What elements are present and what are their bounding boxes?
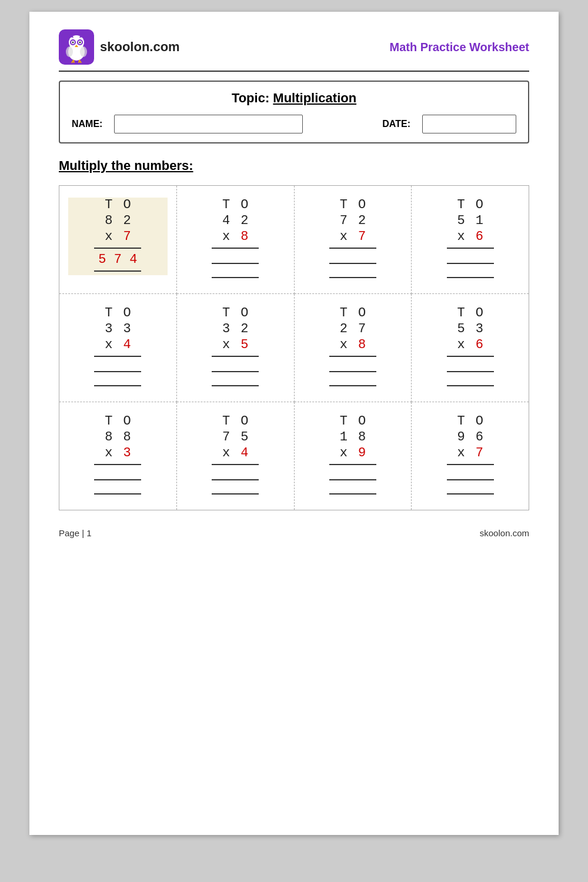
multiplication-line	[94, 464, 141, 465]
to-header: TO	[105, 414, 131, 429]
svg-point-13	[80, 46, 87, 57]
problem-cell: TO42x8	[176, 186, 294, 294]
t-label: T	[457, 198, 465, 212]
problems-table: TO82x75 7 4TO42x8TO72x7TO51x6TO33x4TO32x…	[59, 185, 529, 510]
number-row: 53	[457, 322, 483, 336]
number-row: 42	[222, 213, 248, 228]
topic-value: Multiplication	[273, 91, 356, 105]
tens-digit: 3	[222, 322, 230, 336]
problem-cell: TO27x8	[294, 294, 412, 402]
problem-cell: TO82x75 7 4	[59, 186, 177, 294]
number-row: 32	[222, 322, 248, 336]
problem-cell: TO72x7	[294, 186, 412, 294]
tens-digit: 4	[222, 213, 230, 228]
answer-blank-line-1	[447, 263, 494, 264]
multiplier-row: x8	[222, 229, 248, 244]
multiplication-line	[94, 248, 141, 249]
multiplier-row: x3	[105, 446, 131, 460]
tens-digit: 7	[340, 213, 348, 228]
to-header: TO	[222, 414, 248, 429]
ones-digit: 2	[123, 213, 131, 228]
logo-icon	[59, 29, 94, 65]
header: skoolon.com Math Practice Worksheet	[59, 29, 529, 65]
multiplication-line	[329, 248, 376, 249]
answer-blank-line-2	[329, 277, 376, 278]
ones-digit: 8	[123, 430, 131, 445]
svg-line-15	[74, 60, 74, 63]
name-input[interactable]	[114, 115, 302, 133]
svg-point-12	[66, 46, 73, 57]
multiplier-digit: 7	[123, 229, 131, 244]
t-label: T	[340, 306, 348, 320]
multiplier-digit: 6	[476, 338, 483, 352]
multiplier-digit: 8	[240, 229, 248, 244]
t-label: T	[222, 414, 230, 429]
answer-blank-line-2	[94, 493, 141, 495]
multiplier-row: x8	[340, 338, 366, 352]
answer-blank-line-1	[447, 371, 494, 372]
x-symbol: x	[340, 229, 348, 244]
x-symbol: x	[222, 446, 230, 460]
ones-digit: 1	[476, 213, 483, 228]
problem-cell: TO53x6	[412, 294, 529, 402]
multiplication-line	[447, 356, 494, 357]
number-row: 72	[340, 213, 366, 228]
answer-blank-line-1	[212, 479, 259, 480]
answer-blank-line-2	[329, 493, 376, 495]
date-input[interactable]	[422, 115, 516, 133]
page-number: Page | 1	[59, 528, 92, 538]
section-title: Multiply the numbers:	[59, 158, 529, 173]
o-label: O	[123, 198, 131, 212]
multiplier-digit: 6	[476, 229, 483, 244]
t-label: T	[105, 306, 112, 320]
answer-blank-line-1	[329, 479, 376, 480]
answer-row: 5 7 4	[98, 252, 137, 267]
footer-site: skoolon.com	[480, 528, 529, 538]
multiplication-line	[94, 356, 141, 357]
multiplier-digit: 4	[240, 446, 248, 460]
o-label: O	[476, 306, 483, 320]
answer-blank-line-1	[329, 371, 376, 372]
ones-digit: 3	[123, 322, 131, 336]
to-header: TO	[222, 198, 248, 212]
tens-digit: 5	[457, 213, 465, 228]
answer-blank-line-2	[212, 385, 259, 386]
answer-blank-line-2	[212, 277, 259, 278]
number-row: 82	[105, 213, 131, 228]
problem-cell: TO75x4	[176, 402, 294, 510]
t-label: T	[457, 306, 465, 320]
number-row: 96	[457, 430, 483, 445]
multiplier-row: x4	[105, 338, 131, 352]
multiplier-digit: 9	[358, 446, 366, 460]
multiplication-line	[329, 356, 376, 357]
page: skoolon.com Math Practice Worksheet Topi…	[29, 12, 559, 835]
problem-cell: TO33x4	[59, 294, 177, 402]
svg-point-7	[72, 42, 74, 44]
x-symbol: x	[457, 229, 465, 244]
o-label: O	[240, 198, 248, 212]
problem-cell: TO96x7	[412, 402, 529, 510]
tens-digit: 8	[105, 213, 112, 228]
answer-blank-line-1	[212, 263, 259, 264]
footer: Page | 1 skoolon.com	[59, 528, 529, 538]
problem-cell: TO18x9	[294, 402, 412, 510]
multiplier-digit: 8	[358, 338, 366, 352]
multiplication-line	[212, 248, 259, 249]
number-row: 51	[457, 213, 483, 228]
t-label: T	[340, 198, 348, 212]
problem-cell: TO51x6	[412, 186, 529, 294]
multiplication-line	[447, 464, 494, 465]
multiplier-row: x7	[457, 446, 483, 460]
answer-blank-line-1	[94, 479, 141, 480]
multiplication-line	[212, 464, 259, 465]
o-label: O	[358, 198, 366, 212]
number-row: 75	[222, 430, 248, 445]
tens-digit: 5	[457, 322, 465, 336]
tens-digit: 3	[105, 322, 112, 336]
date-label: DATE:	[382, 119, 410, 129]
ones-digit: 2	[240, 322, 248, 336]
ones-digit: 6	[476, 430, 483, 445]
answer-blank-line-2	[447, 385, 494, 386]
multiplier-digit: 5	[240, 338, 248, 352]
x-symbol: x	[222, 338, 230, 352]
